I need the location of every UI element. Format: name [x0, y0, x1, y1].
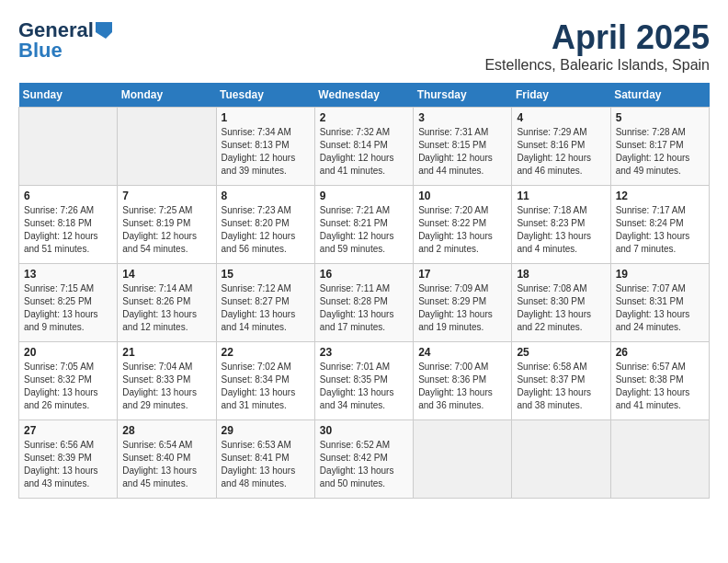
calendar-day-cell: 22Sunrise: 7:02 AMSunset: 8:34 PMDayligh…	[216, 342, 314, 420]
day-number: 20	[24, 346, 112, 359]
day-detail: Sunrise: 7:20 AMSunset: 8:22 PMDaylight:…	[418, 204, 506, 256]
day-number: 25	[517, 346, 605, 359]
calendar-header-cell: Saturday	[610, 83, 709, 108]
day-detail: Sunrise: 7:21 AMSunset: 8:21 PMDaylight:…	[320, 204, 408, 256]
calendar-day-cell: 23Sunrise: 7:01 AMSunset: 8:35 PMDayligh…	[314, 342, 413, 420]
calendar-day-cell	[610, 420, 709, 499]
calendar-day-cell: 28Sunrise: 6:54 AMSunset: 8:40 PMDayligh…	[118, 420, 216, 499]
calendar-header-cell: Friday	[512, 83, 610, 108]
logo-blue: Blue	[18, 39, 63, 63]
day-detail: Sunrise: 6:53 AMSunset: 8:41 PMDaylight:…	[222, 439, 310, 490]
day-number: 4	[517, 111, 605, 124]
day-detail: Sunrise: 6:58 AMSunset: 8:37 PMDaylight:…	[517, 361, 605, 412]
day-detail: Sunrise: 7:12 AMSunset: 8:27 PMDaylight:…	[222, 282, 310, 334]
day-number: 16	[320, 268, 408, 281]
day-number: 24	[418, 346, 506, 359]
day-detail: Sunrise: 7:11 AMSunset: 8:28 PMDaylight:…	[320, 282, 408, 334]
calendar-day-cell: 16Sunrise: 7:11 AMSunset: 8:28 PMDayligh…	[314, 264, 413, 342]
calendar-body: 1Sunrise: 7:34 AMSunset: 8:13 PMDaylight…	[19, 108, 710, 499]
calendar-day-cell: 21Sunrise: 7:04 AMSunset: 8:33 PMDayligh…	[118, 342, 216, 420]
day-number: 1	[222, 111, 310, 124]
calendar-day-cell: 18Sunrise: 7:08 AMSunset: 8:30 PMDayligh…	[512, 264, 610, 342]
day-detail: Sunrise: 7:26 AMSunset: 8:18 PMDaylight:…	[24, 204, 112, 256]
calendar-day-cell: 9Sunrise: 7:21 AMSunset: 8:21 PMDaylight…	[314, 186, 413, 264]
calendar-day-cell	[19, 108, 118, 186]
calendar-day-cell: 25Sunrise: 6:58 AMSunset: 8:37 PMDayligh…	[512, 342, 610, 420]
calendar-week-row: 1Sunrise: 7:34 AMSunset: 8:13 PMDaylight…	[19, 108, 710, 186]
day-detail: Sunrise: 7:14 AMSunset: 8:26 PMDaylight:…	[122, 282, 210, 334]
day-number: 8	[222, 190, 310, 202]
calendar-week-row: 6Sunrise: 7:26 AMSunset: 8:18 PMDaylight…	[19, 186, 710, 264]
calendar-week-row: 20Sunrise: 7:05 AMSunset: 8:32 PMDayligh…	[19, 342, 710, 420]
calendar-header-cell: Thursday	[414, 83, 512, 108]
day-detail: Sunrise: 7:15 AMSunset: 8:25 PMDaylight:…	[24, 282, 112, 334]
day-detail: Sunrise: 7:05 AMSunset: 8:32 PMDaylight:…	[24, 361, 112, 412]
day-detail: Sunrise: 6:54 AMSunset: 8:40 PMDaylight:…	[122, 439, 210, 490]
day-detail: Sunrise: 7:08 AMSunset: 8:30 PMDaylight:…	[517, 282, 605, 334]
calendar-header-cell: Monday	[118, 83, 216, 108]
svg-marker-0	[96, 22, 112, 39]
day-number: 6	[24, 190, 112, 202]
day-detail: Sunrise: 6:56 AMSunset: 8:39 PMDaylight:…	[24, 439, 112, 490]
title-area: April 2025 Estellencs, Balearic Islands,…	[484, 18, 710, 74]
calendar-day-cell: 29Sunrise: 6:53 AMSunset: 8:41 PMDayligh…	[216, 420, 314, 499]
calendar-day-cell: 4Sunrise: 7:29 AMSunset: 8:16 PMDaylight…	[512, 108, 610, 186]
day-detail: Sunrise: 7:02 AMSunset: 8:34 PMDaylight:…	[222, 361, 310, 412]
day-number: 26	[616, 346, 704, 359]
day-number: 9	[320, 190, 408, 202]
calendar-day-cell	[414, 420, 512, 499]
day-detail: Sunrise: 7:29 AMSunset: 8:16 PMDaylight:…	[517, 126, 605, 178]
day-detail: Sunrise: 7:07 AMSunset: 8:31 PMDaylight:…	[616, 282, 704, 334]
day-detail: Sunrise: 7:28 AMSunset: 8:17 PMDaylight:…	[616, 126, 704, 178]
day-detail: Sunrise: 7:17 AMSunset: 8:24 PMDaylight:…	[616, 204, 704, 256]
calendar-day-cell: 24Sunrise: 7:00 AMSunset: 8:36 PMDayligh…	[414, 342, 512, 420]
calendar-day-cell	[512, 420, 610, 499]
calendar-day-cell: 19Sunrise: 7:07 AMSunset: 8:31 PMDayligh…	[610, 264, 709, 342]
day-number: 2	[320, 111, 408, 124]
calendar-header-cell: Sunday	[19, 83, 118, 108]
calendar-header-cell: Wednesday	[314, 83, 413, 108]
calendar-day-cell: 14Sunrise: 7:14 AMSunset: 8:26 PMDayligh…	[118, 264, 216, 342]
calendar-day-cell: 15Sunrise: 7:12 AMSunset: 8:27 PMDayligh…	[216, 264, 314, 342]
calendar-day-cell: 20Sunrise: 7:05 AMSunset: 8:32 PMDayligh…	[19, 342, 118, 420]
day-detail: Sunrise: 7:01 AMSunset: 8:35 PMDaylight:…	[320, 361, 408, 412]
day-number: 23	[320, 346, 408, 359]
day-detail: Sunrise: 7:25 AMSunset: 8:19 PMDaylight:…	[122, 204, 210, 256]
day-detail: Sunrise: 7:09 AMSunset: 8:29 PMDaylight:…	[418, 282, 506, 334]
calendar-day-cell: 30Sunrise: 6:52 AMSunset: 8:42 PMDayligh…	[314, 420, 413, 499]
calendar-day-cell: 8Sunrise: 7:23 AMSunset: 8:20 PMDaylight…	[216, 186, 314, 264]
calendar-header-row: SundayMondayTuesdayWednesdayThursdayFrid…	[19, 83, 710, 108]
calendar-week-row: 27Sunrise: 6:56 AMSunset: 8:39 PMDayligh…	[19, 420, 710, 499]
day-number: 29	[222, 424, 310, 437]
calendar-day-cell: 5Sunrise: 7:28 AMSunset: 8:17 PMDaylight…	[610, 108, 709, 186]
day-number: 18	[517, 268, 605, 281]
day-number: 7	[122, 190, 210, 202]
logo-icon	[96, 22, 112, 39]
day-number: 5	[616, 111, 704, 124]
calendar-day-cell: 13Sunrise: 7:15 AMSunset: 8:25 PMDayligh…	[19, 264, 118, 342]
header: General Blue April 2025 Estellencs, Bale…	[18, 18, 710, 74]
calendar-day-cell: 11Sunrise: 7:18 AMSunset: 8:23 PMDayligh…	[512, 186, 610, 264]
day-detail: Sunrise: 7:32 AMSunset: 8:14 PMDaylight:…	[320, 126, 408, 178]
day-number: 13	[24, 268, 112, 281]
calendar-day-cell: 12Sunrise: 7:17 AMSunset: 8:24 PMDayligh…	[610, 186, 709, 264]
day-number: 30	[320, 424, 408, 437]
location-title: Estellencs, Balearic Islands, Spain	[484, 57, 710, 74]
day-detail: Sunrise: 7:23 AMSunset: 8:20 PMDaylight:…	[222, 204, 310, 256]
day-number: 21	[122, 346, 210, 359]
day-number: 19	[616, 268, 704, 281]
calendar-day-cell: 1Sunrise: 7:34 AMSunset: 8:13 PMDaylight…	[216, 108, 314, 186]
calendar-header-cell: Tuesday	[216, 83, 314, 108]
calendar-day-cell: 27Sunrise: 6:56 AMSunset: 8:39 PMDayligh…	[19, 420, 118, 499]
calendar-day-cell: 10Sunrise: 7:20 AMSunset: 8:22 PMDayligh…	[414, 186, 512, 264]
day-number: 11	[517, 190, 605, 202]
calendar-day-cell: 17Sunrise: 7:09 AMSunset: 8:29 PMDayligh…	[414, 264, 512, 342]
calendar-day-cell: 6Sunrise: 7:26 AMSunset: 8:18 PMDaylight…	[19, 186, 118, 264]
calendar-day-cell: 2Sunrise: 7:32 AMSunset: 8:14 PMDaylight…	[314, 108, 413, 186]
calendar-day-cell: 26Sunrise: 6:57 AMSunset: 8:38 PMDayligh…	[610, 342, 709, 420]
calendar-day-cell: 7Sunrise: 7:25 AMSunset: 8:19 PMDaylight…	[118, 186, 216, 264]
calendar-day-cell: 3Sunrise: 7:31 AMSunset: 8:15 PMDaylight…	[414, 108, 512, 186]
day-number: 10	[418, 190, 506, 202]
day-detail: Sunrise: 6:52 AMSunset: 8:42 PMDaylight:…	[320, 439, 408, 490]
day-number: 3	[418, 111, 506, 124]
